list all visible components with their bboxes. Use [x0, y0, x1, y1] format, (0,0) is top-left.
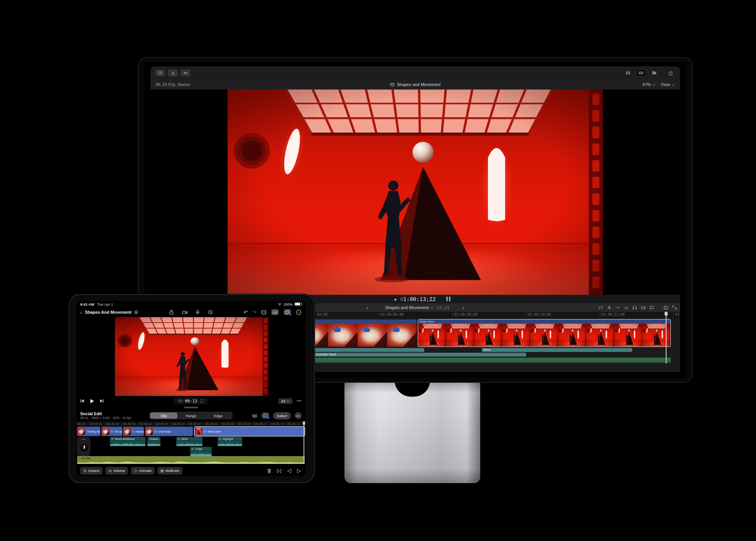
timeline-more-button[interactable]: ••• — [295, 412, 302, 419]
clip-wide-shot[interactable]: Wide Shot — [194, 427, 305, 436]
position-tool-icon[interactable] — [615, 305, 620, 310]
clip-highlight[interactable]: Highlight — [218, 437, 242, 446]
ipad-timecode[interactable]: 00:00:13:22 — [174, 398, 208, 404]
feedback-icon[interactable] — [649, 305, 654, 310]
ruler-tick: 01:00:08;00 — [452, 313, 478, 316]
transition-icon[interactable] — [624, 305, 629, 310]
timeline-project-menu[interactable]: Shapes and Movement — [385, 305, 432, 310]
next-project-button[interactable]: › — [462, 305, 464, 311]
blade-cut-icon[interactable] — [277, 468, 282, 473]
viewer-zoom-button[interactable]: 43% — [278, 398, 292, 404]
resize-handle[interactable] — [184, 407, 198, 408]
playhead[interactable] — [666, 312, 667, 363]
clip-tilt-up[interactable]: Tilt Up — [101, 427, 122, 436]
viewer-more-button[interactable]: ••• — [297, 399, 302, 403]
ruler-tick: 01:00:06;00 — [379, 313, 404, 316]
browser-grid-button[interactable] — [623, 69, 633, 76]
audio-clip[interactable] — [314, 348, 424, 352]
animate-button[interactable]: Animate — [131, 467, 155, 475]
toolbar-right-icons: ↶ ↷ — [243, 309, 302, 315]
fullscreen-icon[interactable] — [672, 305, 677, 310]
ruler-tick: 00:00:09 — [221, 423, 234, 426]
ipad-playhead[interactable] — [304, 421, 304, 464]
clip-overhead[interactable]: Overhead — [145, 427, 193, 436]
video-frame — [228, 90, 603, 295]
clip-wind[interactable]: Wind — [176, 437, 202, 446]
viewer-layout-icon[interactable] — [261, 310, 267, 315]
clip-room-ambience[interactable]: Room Ambience — [110, 437, 145, 446]
share-icon[interactable] — [169, 309, 174, 315]
previous-project-button[interactable]: ‹ — [366, 305, 368, 311]
background-tasks-button[interactable] — [155, 69, 165, 76]
skip-back-icon[interactable] — [80, 399, 84, 403]
play-icon[interactable]: ▶ — [395, 297, 397, 301]
project-header: Social Edit 00:21 · 3840 × 2160 · SDR · … — [76, 410, 305, 421]
music-clip[interactable] — [314, 358, 671, 363]
zoom-menu[interactable]: 47% — [642, 82, 655, 87]
audio-clip-dramatic-swell[interactable]: Dramatic Swell — [314, 353, 526, 357]
skip-forward-icon[interactable] — [100, 399, 104, 403]
camera-icon[interactable] — [182, 310, 188, 315]
overwrite-icon[interactable] — [297, 468, 302, 473]
keying-button[interactable] — [181, 69, 191, 76]
mic-icon[interactable] — [196, 309, 200, 315]
voiceover-record-icon[interactable] — [208, 309, 213, 315]
viewer — [150, 90, 680, 295]
live-multicam-button[interactable] — [284, 309, 291, 315]
video-clip-overhead[interactable] — [299, 320, 417, 347]
timeline-index-icon[interactable] — [663, 305, 668, 310]
multicam-button[interactable] — [262, 413, 269, 419]
audio-icon — [111, 438, 114, 440]
trash-icon[interactable] — [267, 468, 272, 473]
clip-drama[interactable]: Drama… — [147, 437, 160, 446]
multicam-button-bottom[interactable]: Multicam — [157, 467, 182, 475]
ipad-transport: 00:00:13:22 43% ••• — [76, 396, 305, 406]
trim-tool-icon[interactable] — [598, 305, 603, 310]
undo-icon[interactable]: ↶ — [243, 309, 248, 315]
clip-crash[interactable]: Crash — [190, 447, 212, 456]
select-button[interactable]: Select — [273, 412, 291, 419]
audio-solo-icon[interactable] — [632, 305, 637, 310]
filmstrip-view-button[interactable] — [636, 69, 646, 77]
play-icon[interactable] — [89, 399, 94, 404]
audio-clip-wind[interactable]: Wind — [482, 348, 632, 352]
ipad-timeline-ruler[interactable]: 00:00 00:00:01 00:00:02 00:00:03 00:00:0… — [76, 421, 305, 427]
audio-meters[interactable] — [446, 297, 451, 301]
ipad-status-bar: 9:41 AM Tue Apr 1 100% — [76, 301, 305, 307]
volume-button[interactable]: Volume — [105, 467, 128, 475]
ruler-tick: 00:00:05 — [155, 423, 168, 426]
viewer-info-bar: 8K 29.97p, Stereo Shapes and Movement 47… — [150, 79, 680, 90]
back-button[interactable]: ‹ — [80, 309, 82, 315]
ipad-bottom-bar: Inspect Volume Animate Multicam — [76, 465, 305, 476]
clip-label: Overhead — [158, 430, 171, 433]
clip-rolling-ball[interactable]: Rolling Ball — [77, 427, 100, 436]
ruler-tick: 01:00:10;00 — [526, 313, 551, 316]
audio-icon — [191, 448, 194, 450]
video-clip-wide-shot[interactable]: Wide Shot — [418, 320, 670, 347]
clip-appearance-button[interactable] — [649, 69, 659, 76]
ruler-tick: 00:00:03 — [122, 423, 135, 426]
tab-clip[interactable]: Clip — [150, 413, 177, 419]
tab-range[interactable]: Range — [177, 413, 205, 419]
jog-wheel-button[interactable] — [77, 437, 90, 456]
media-browser-button[interactable] — [271, 309, 279, 315]
redo-icon[interactable]: ↷ — [252, 309, 256, 315]
enhance-icon[interactable] — [251, 413, 258, 418]
title-menu-button[interactable] — [134, 310, 138, 314]
view-menu[interactable]: View — [661, 82, 674, 87]
clip-hands[interactable]: Hands — [123, 427, 144, 436]
skimming-icon[interactable] — [641, 305, 646, 310]
inspect-button[interactable]: Inspect — [80, 467, 103, 475]
ruler-tick: 00:00:08 — [204, 423, 218, 426]
snapping-icon[interactable] — [607, 305, 612, 310]
import-button[interactable] — [168, 69, 178, 76]
insert-icon[interactable] — [287, 468, 292, 473]
project-title: Social Edit — [80, 411, 132, 416]
timeline-tools — [598, 303, 677, 312]
share-button[interactable] — [665, 69, 675, 76]
music-clip[interactable]: ♪♪ Oh Tau — [77, 456, 305, 464]
grid-icon — [160, 469, 164, 473]
more-icon[interactable] — [296, 309, 302, 315]
tab-edge[interactable]: Edge — [204, 413, 232, 419]
project-title-center: Shapes and Movement — [390, 82, 440, 87]
